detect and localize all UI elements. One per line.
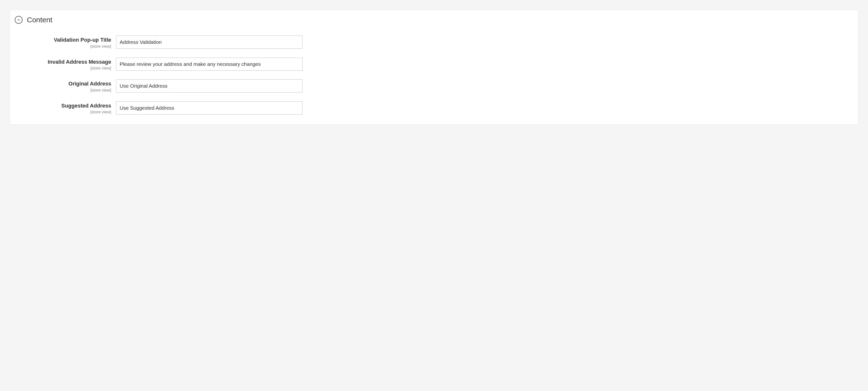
field-row-suggested-address: Suggested Address [store view]	[17, 101, 850, 115]
field-scope: [store view]	[17, 66, 111, 71]
field-label: Validation Pop-up Title	[17, 37, 111, 43]
input-column	[116, 58, 850, 71]
form-rows: Validation Pop-up Title [store view] Inv…	[15, 36, 850, 115]
chevron-up-icon	[15, 16, 23, 24]
field-scope: [store view]	[17, 110, 111, 115]
suggested-address-input[interactable]	[116, 101, 303, 115]
label-column: Validation Pop-up Title [store view]	[17, 36, 111, 49]
label-column: Original Address [store view]	[17, 79, 111, 93]
section-header-toggle[interactable]: Content	[15, 16, 850, 24]
invalid-message-input[interactable]	[116, 58, 303, 71]
input-column	[116, 79, 850, 93]
field-scope: [store view]	[17, 88, 111, 93]
input-column	[116, 36, 850, 48]
label-column: Invalid Address Message [store view]	[17, 58, 111, 71]
section-title: Content	[27, 16, 52, 24]
field-row-original-address: Original Address [store view]	[17, 79, 850, 93]
field-label: Invalid Address Message	[17, 59, 111, 66]
field-label: Suggested Address	[17, 102, 111, 109]
original-address-input[interactable]	[116, 79, 303, 93]
field-row-invalid-message: Invalid Address Message [store view]	[17, 58, 850, 71]
field-row-validation-title: Validation Pop-up Title [store view]	[17, 36, 850, 49]
field-scope: [store view]	[17, 44, 111, 49]
label-column: Suggested Address [store view]	[17, 101, 111, 115]
input-column	[116, 101, 850, 115]
field-label: Original Address	[17, 80, 111, 88]
content-section-panel: Content Validation Pop-up Title [store v…	[10, 10, 858, 125]
validation-title-input[interactable]	[116, 36, 303, 48]
